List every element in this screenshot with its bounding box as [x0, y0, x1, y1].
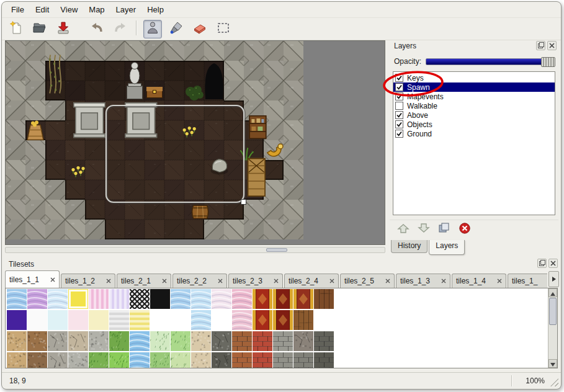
close-tab-icon[interactable]: [218, 278, 223, 283]
layer-visibility-checkbox[interactable]: [395, 92, 403, 100]
tileset-tab-tiles_2_4[interactable]: tiles_2_4: [284, 274, 339, 288]
tileset-tab-tiles_2_5[interactable]: tiles_2_5: [340, 274, 395, 288]
layer-visibility-checkbox[interactable]: [395, 120, 403, 128]
new-file-icon: [9, 20, 24, 37]
scrollbar-thumb[interactable]: [266, 248, 287, 252]
palette-vertical-scrollbar[interactable]: [548, 288, 557, 368]
tab-label: tiles_1_: [512, 277, 537, 285]
tileset-tab-tiles_2_1[interactable]: tiles_2_1: [117, 274, 171, 288]
tileset-tabs: tiles_1_1tiles_1_2tiles_2_1tiles_2_2tile…: [5, 270, 547, 288]
layer-row-ground[interactable]: Ground: [393, 129, 555, 138]
resize-grip[interactable]: [550, 378, 558, 386]
scroll-down-button[interactable]: [548, 359, 557, 368]
menubar: FileEditViewMapLayerHelp: [2, 2, 561, 18]
layer-row-above[interactable]: Above: [393, 110, 555, 120]
person-icon: [145, 20, 160, 37]
close-tab-icon[interactable]: [50, 277, 55, 282]
tileset-tab-tiles_2_3[interactable]: tiles_2_3: [228, 274, 283, 288]
undo-button[interactable]: [87, 20, 106, 38]
layer-visibility-checkbox[interactable]: [395, 102, 403, 110]
new-map-button[interactable]: [7, 20, 25, 38]
delete-layer-icon: [458, 222, 472, 236]
arrow-down-icon: [550, 359, 555, 368]
close-tab-icon[interactable]: [385, 278, 390, 283]
tileset-tab-tiles_1_1[interactable]: tiles_1_1: [5, 270, 60, 288]
scrollbar-thumb[interactable]: [549, 298, 557, 325]
tileset-canvas[interactable]: [6, 288, 548, 368]
lower-layer-button[interactable]: [416, 221, 432, 236]
dock-tab-history[interactable]: History: [391, 240, 427, 253]
scroll-up-button[interactable]: [548, 288, 557, 297]
opacity-label: Opacity:: [394, 57, 421, 66]
close-tab-icon[interactable]: [329, 278, 334, 283]
dock-tab-layers[interactable]: Layers: [429, 240, 465, 255]
tab-label: tiles_1_2: [65, 277, 95, 285]
layer-name: Walkable: [407, 102, 437, 110]
map-horizontal-scrollbar[interactable]: [5, 247, 385, 253]
map-viewport[interactable]: [5, 40, 385, 245]
menu-layer[interactable]: Layer: [110, 3, 142, 16]
toolbar-separator: [136, 20, 137, 35]
zoom-level: 100%: [526, 376, 545, 385]
layer-row-keys[interactable]: Keys: [393, 73, 555, 82]
layer-visibility-checkbox[interactable]: [395, 83, 403, 91]
panel-float-button[interactable]: [536, 41, 545, 50]
statusbar: 18, 9 100%: [2, 372, 561, 389]
select-tool-button[interactable]: [214, 20, 233, 38]
layer-visibility-checkbox[interactable]: [395, 130, 403, 138]
layer-visibility-checkbox[interactable]: [395, 111, 403, 119]
panel-close-button[interactable]: [547, 41, 557, 50]
layer-row-objects[interactable]: Objects: [393, 120, 555, 129]
dock-tabs: HistoryLayers: [391, 240, 466, 256]
tab-label: tiles_1_3: [400, 277, 430, 285]
tilesets-panel-title: Tilesets: [9, 260, 34, 269]
tileset-tab-tiles_1_4[interactable]: tiles_1_4: [452, 274, 506, 288]
menu-help[interactable]: Help: [141, 3, 169, 16]
arrow-up-icon: [550, 288, 555, 298]
delete-layer-button[interactable]: [457, 221, 473, 236]
eraser-tool-button[interactable]: [190, 20, 209, 38]
layer-toolbar: [390, 220, 558, 238]
close-tab-icon[interactable]: [497, 278, 502, 283]
scroll-right-icon: [552, 275, 557, 284]
app-window: FileEditViewMapLayerHelp Layers Opacity:…: [1, 1, 562, 390]
tab-label: tiles_2_1: [121, 277, 151, 285]
tab-label: tiles_1_4: [456, 277, 486, 285]
tilesets-panel-titlebar: Tilesets: [4, 259, 559, 269]
menu-edit[interactable]: Edit: [30, 3, 55, 16]
tab-scroll-right-button[interactable]: [548, 271, 559, 287]
opacity-slider-handle[interactable]: [541, 57, 555, 67]
tileset-tab-tiles_1_3[interactable]: tiles_1_3: [396, 274, 450, 288]
panel-close-button[interactable]: [548, 259, 558, 268]
open-map-button[interactable]: [30, 20, 49, 38]
tileset-tab-tiles_1_2[interactable]: tiles_1_2: [61, 274, 115, 288]
menu-view[interactable]: View: [55, 3, 83, 16]
map-canvas[interactable]: [6, 41, 303, 239]
layer-name: Objects: [407, 120, 432, 129]
tileset-palette[interactable]: [5, 288, 558, 368]
undo-icon: [89, 20, 104, 37]
tileset-tab-tiles_1_[interactable]: tiles_1_: [508, 274, 547, 288]
close-tab-icon[interactable]: [162, 278, 167, 283]
layer-row-spawn[interactable]: Spawn: [393, 82, 555, 92]
layer-visibility-checkbox[interactable]: [395, 74, 403, 82]
paint-tool-button[interactable]: [167, 20, 186, 38]
redo-button[interactable]: [111, 20, 130, 38]
close-tab-icon[interactable]: [274, 278, 279, 283]
statusbar-separator: [511, 375, 513, 386]
float-icon: [538, 41, 544, 50]
save-map-button[interactable]: [54, 20, 73, 38]
panel-float-button[interactable]: [537, 259, 547, 268]
duplicate-layer-button[interactable]: [436, 221, 452, 236]
close-tab-icon[interactable]: [106, 278, 111, 283]
raise-layer-button[interactable]: [395, 221, 411, 236]
tileset-tab-tiles_2_2[interactable]: tiles_2_2: [172, 274, 227, 288]
menu-map[interactable]: Map: [83, 3, 110, 16]
toolbar: [2, 18, 561, 40]
layer-row-mapevents[interactable]: Mapevents: [393, 92, 555, 101]
menu-file[interactable]: File: [6, 3, 30, 16]
entity-tool-button[interactable]: [143, 20, 162, 38]
layer-row-walkable[interactable]: Walkable: [393, 101, 555, 110]
opacity-slider[interactable]: [426, 58, 555, 65]
close-tab-icon[interactable]: [441, 278, 446, 283]
